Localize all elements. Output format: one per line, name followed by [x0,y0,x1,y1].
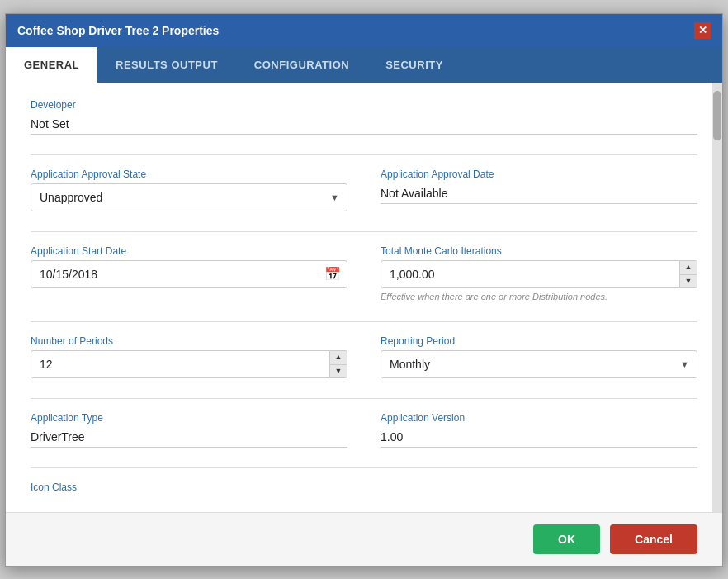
scrollbar-track[interactable] [712,83,722,512]
monte-carlo-spinner: ▲ ▼ [680,260,697,288]
monte-carlo-up-button[interactable]: ▲ [680,261,697,274]
ok-button[interactable]: OK [533,524,600,554]
num-periods-col: Number of Periods ▲ ▼ [31,335,347,378]
monte-carlo-label: Total Monte Carlo Iterations [381,245,697,257]
num-periods-input[interactable] [31,350,330,378]
start-date-monte-carlo-row: Application Start Date 📅 Total Monte Car… [31,245,697,301]
cancel-button[interactable]: Cancel [610,524,697,554]
developer-value: Not Set [31,114,697,135]
monte-carlo-wrapper: ▲ ▼ [381,260,697,288]
developer-section: Developer Not Set [31,99,697,135]
tab-general[interactable]: GENERAL [6,47,97,83]
monte-carlo-col: Total Monte Carlo Iterations ▲ ▼ Effecti… [381,245,697,301]
num-periods-label: Number of Periods [31,335,347,347]
divider-2 [31,231,697,232]
approval-date-value: Not Available [381,183,697,204]
tab-configuration[interactable]: CONFIGURATION [236,47,367,83]
approval-row: Application Approval State Unapproved Ap… [31,168,697,211]
icon-class-label: Icon Class [31,482,697,493]
scrollbar-thumb[interactable] [713,91,721,140]
monte-carlo-input[interactable] [381,260,680,288]
reporting-period-label: Reporting Period [381,335,697,347]
num-periods-wrapper: ▲ ▼ [31,350,347,378]
app-type-label: Application Type [31,412,347,424]
divider-1 [31,154,697,155]
approval-state-label: Application Approval State [31,168,347,180]
start-date-wrapper: 📅 [31,260,347,288]
approval-state-col: Application Approval State Unapproved Ap… [31,168,347,211]
divider-5 [31,467,697,468]
dialog-footer: OK Cancel [6,512,722,566]
num-periods-up-button[interactable]: ▲ [330,351,347,364]
tab-bar: GENERAL RESULTS OUTPUT CONFIGURATION SEC… [6,47,722,83]
monte-carlo-hint: Effective when there are one or more Dis… [381,292,697,301]
dialog-title: Coffee Shop Driver Tree 2 Properties [17,24,219,37]
approval-state-select[interactable]: Unapproved Approved Pending [31,183,347,211]
tab-results-output[interactable]: RESULTS OUTPUT [97,47,236,83]
type-version-row: Application Type DriverTree Application … [31,412,697,448]
start-date-label: Application Start Date [31,245,347,257]
app-version-value: 1.00 [381,427,697,448]
dialog-body: Developer Not Set Application Approval S… [6,83,722,512]
approval-date-label: Application Approval Date [381,168,697,180]
app-version-label: Application Version [381,412,697,424]
developer-label: Developer [31,99,697,111]
reporting-period-col: Reporting Period Monthly Weekly Quarterl… [381,335,697,378]
icon-class-section: Icon Class [31,482,697,496]
num-periods-spinner: ▲ ▼ [330,350,347,378]
app-version-col: Application Version 1.00 [381,412,697,448]
close-button[interactable]: ✕ [694,22,711,39]
num-periods-down-button[interactable]: ▼ [330,364,347,377]
divider-4 [31,398,697,399]
calendar-icon[interactable]: 📅 [324,266,341,282]
monte-carlo-down-button[interactable]: ▼ [680,274,697,287]
reporting-period-wrapper: Monthly Weekly Quarterly Annually ▼ [381,350,697,378]
properties-dialog: Coffee Shop Driver Tree 2 Properties ✕ G… [5,13,723,567]
start-date-input[interactable] [31,260,347,288]
approval-date-col: Application Approval Date Not Available [381,168,697,211]
divider-3 [31,321,697,322]
periods-reporting-row: Number of Periods ▲ ▼ Reporting Period M… [31,335,697,378]
start-date-col: Application Start Date 📅 [31,245,347,301]
reporting-period-select[interactable]: Monthly Weekly Quarterly Annually [381,350,697,378]
tab-security[interactable]: SECURITY [367,47,461,83]
app-type-col: Application Type DriverTree [31,412,347,448]
approval-state-wrapper: Unapproved Approved Pending ▼ [31,183,347,211]
dialog-titlebar: Coffee Shop Driver Tree 2 Properties ✕ [6,14,722,47]
app-type-value: DriverTree [31,427,347,448]
content-area: Developer Not Set Application Approval S… [6,83,722,512]
